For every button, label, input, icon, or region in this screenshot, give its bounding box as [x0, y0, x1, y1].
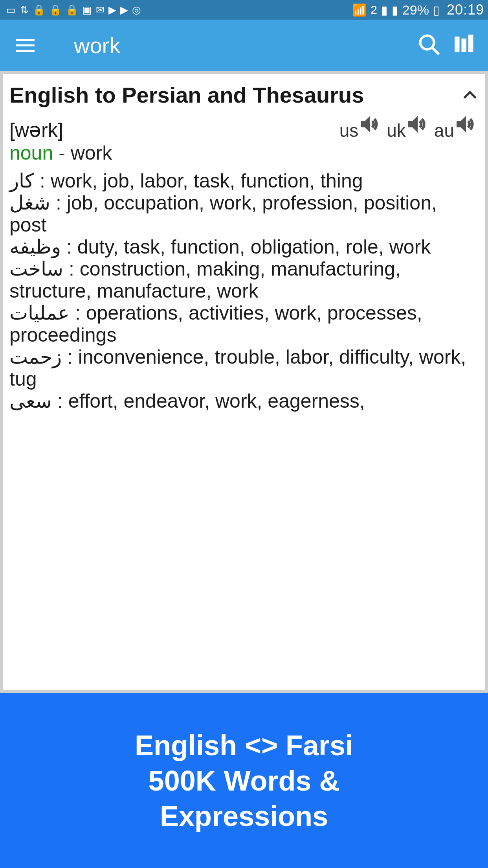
lock-icon: 🔒	[33, 4, 45, 16]
svg-rect-2	[455, 37, 460, 52]
speaker-icon	[405, 112, 430, 138]
persian-word: وظیفه	[9, 236, 61, 258]
svg-rect-3	[462, 39, 467, 52]
video-icon: ▶	[120, 4, 128, 16]
section-title: English to Persian and Thesaurus	[9, 83, 461, 108]
pos-line: noun - work	[9, 142, 479, 164]
picture-icon: ▣	[82, 4, 92, 16]
english-translations: : construction, making, manufacturing, s…	[9, 258, 401, 302]
chevron-up-icon[interactable]	[461, 83, 479, 105]
definition-item: عملیات : operations, activities, work, p…	[9, 302, 479, 346]
svg-point-0	[420, 36, 434, 50]
clock: 20:19	[447, 2, 484, 18]
battery-icon: ▯	[433, 3, 440, 17]
definition-item: سعی : effort, endeavor, work, eagerness,	[9, 390, 479, 412]
lock-icon: 🔒	[66, 4, 78, 16]
app-bar: work	[0, 20, 488, 71]
dictionary-section: English to Persian and Thesaurus [wərk] …	[3, 74, 485, 690]
definition-item: ساخت : construction, making, manufacturi…	[9, 258, 479, 302]
status-icons-right: 📶 2 ▮ ▮ 29% ▯ 20:19	[352, 2, 484, 18]
definition-item: کار : work, job, labor, task, function, …	[9, 170, 479, 192]
phonetic: [wərk]	[9, 119, 63, 142]
english-translations: : duty, task, function, obligation, role…	[61, 236, 431, 258]
audio-label-au: au	[434, 120, 454, 141]
audio-au[interactable]: au	[434, 112, 479, 141]
audio-us[interactable]: us	[339, 112, 383, 141]
english-translations: : effort, endeavor, work, eagerness,	[52, 390, 365, 412]
ad-line-3: Expressions	[160, 798, 328, 834]
lock-icon: 🔒	[49, 4, 62, 16]
sync-icon: ⇅	[20, 4, 29, 16]
menu-icon[interactable]	[12, 35, 39, 56]
notification-icon: ▭	[6, 4, 16, 16]
definition-item: شغل : job, occupation, work, profession,…	[9, 192, 479, 236]
audio-label-uk: uk	[387, 120, 406, 141]
persian-word: ساخت	[9, 258, 63, 280]
section-header[interactable]: English to Persian and Thesaurus	[9, 83, 479, 108]
svg-line-1	[432, 48, 439, 55]
audio-group: us uk au	[336, 112, 479, 141]
persian-word: زحمت	[9, 346, 62, 368]
english-translations: : job, occupation, work, profession, pos…	[9, 192, 437, 236]
sim-icon: 2	[371, 3, 377, 17]
ad-line-1: English <> Farsi	[135, 728, 353, 763]
status-icons-left: ▭ ⇅ 🔒 🔒 🔒 ▣ ✉ ▶ ▶ ◎	[4, 4, 141, 16]
wifi-icon: 📶	[352, 3, 367, 17]
mail-icon: ✉	[96, 4, 105, 16]
persian-word: سعی	[9, 390, 52, 412]
target-icon: ◎	[132, 4, 141, 16]
ad-banner[interactable]: English <> Farsi 500K Words & Expression…	[0, 693, 488, 868]
part-of-speech: noun	[9, 142, 53, 164]
english-translations: : inconvenience, trouble, labor, difficu…	[9, 346, 466, 390]
persian-word: شغل	[9, 192, 50, 214]
english-translations: : operations, activities, work, processe…	[9, 302, 422, 346]
headword: work	[71, 142, 112, 164]
audio-label-us: us	[339, 120, 359, 141]
ad-line-2: 500K Words &	[149, 763, 340, 798]
separator: -	[53, 142, 70, 164]
svg-rect-4	[468, 35, 473, 52]
content-wrapper: English to Persian and Thesaurus [wərk] …	[0, 71, 488, 693]
video-icon: ▶	[108, 4, 116, 16]
pronunciation-row: [wərk] us uk au	[9, 112, 479, 142]
speaker-icon	[358, 112, 383, 138]
battery-percentage: 29%	[402, 2, 429, 18]
definitions-list: کار : work, job, labor, task, function, …	[9, 170, 479, 412]
persian-word: عملیات	[9, 302, 70, 324]
signal-icon: ▮	[381, 3, 388, 17]
persian-word: کار	[9, 170, 34, 192]
definition-item: وظیفه : duty, task, function, obligation…	[9, 236, 479, 258]
search-icon[interactable]	[417, 33, 441, 58]
english-translations: : work, job, labor, task, function, thin…	[34, 170, 363, 192]
status-bar: ▭ ⇅ 🔒 🔒 🔒 ▣ ✉ ▶ ▶ ◎ 📶 2 ▮ ▮ 29% ▯ 20:19	[0, 0, 488, 20]
signal-icon: ▮	[392, 3, 398, 17]
audio-uk[interactable]: uk	[387, 112, 430, 141]
speaker-icon	[453, 112, 479, 138]
library-icon[interactable]	[453, 33, 476, 58]
definition-item: زحمت : inconvenience, trouble, labor, di…	[9, 346, 479, 390]
search-term[interactable]: work	[74, 33, 405, 58]
